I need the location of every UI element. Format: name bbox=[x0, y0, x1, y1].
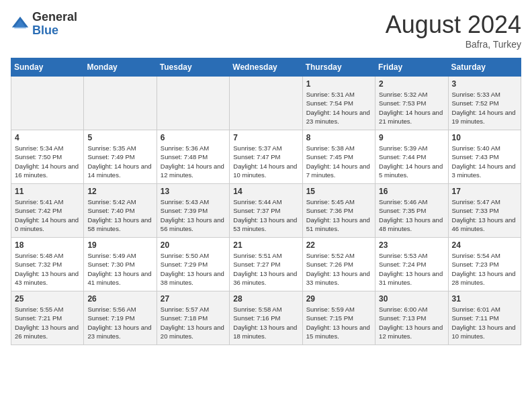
day-info: Sunrise: 5:47 AMSunset: 7:33 PMDaylight:… bbox=[452, 197, 517, 233]
calendar-cell: 5Sunrise: 5:35 AMSunset: 7:49 PMDaylight… bbox=[84, 130, 157, 184]
day-info: Sunrise: 5:34 AMSunset: 7:50 PMDaylight:… bbox=[15, 144, 80, 179]
day-number: 2 bbox=[379, 79, 444, 89]
day-number: 22 bbox=[306, 240, 371, 250]
weekday-header-thursday: Thursday bbox=[302, 58, 375, 77]
day-info: Sunrise: 5:36 AMSunset: 7:48 PMDaylight:… bbox=[161, 144, 226, 179]
logo-text: General Blue bbox=[32, 11, 77, 38]
day-info: Sunrise: 5:51 AMSunset: 7:27 PMDaylight:… bbox=[233, 251, 298, 287]
logo-blue: Blue bbox=[32, 24, 77, 38]
day-number: 4 bbox=[15, 133, 80, 142]
day-number: 11 bbox=[15, 187, 80, 196]
day-number: 7 bbox=[233, 133, 298, 142]
calendar-cell: 22Sunrise: 5:52 AMSunset: 7:26 PMDayligh… bbox=[302, 238, 375, 291]
day-number: 1 bbox=[306, 79, 371, 89]
day-info: Sunrise: 5:41 AMSunset: 7:42 PMDaylight:… bbox=[15, 197, 80, 233]
calendar-cell: 18Sunrise: 5:48 AMSunset: 7:32 PMDayligh… bbox=[11, 238, 84, 291]
day-info: Sunrise: 5:52 AMSunset: 7:26 PMDaylight:… bbox=[306, 251, 371, 287]
calendar-cell bbox=[84, 77, 157, 130]
calendar-cell: 14Sunrise: 5:44 AMSunset: 7:37 PMDayligh… bbox=[230, 184, 302, 238]
calendar-cell: 4Sunrise: 5:34 AMSunset: 7:50 PMDaylight… bbox=[11, 130, 84, 184]
week-row-5: 25Sunrise: 5:55 AMSunset: 7:21 PMDayligh… bbox=[11, 291, 521, 345]
calendar-cell: 23Sunrise: 5:53 AMSunset: 7:24 PMDayligh… bbox=[375, 238, 448, 291]
calendar-cell: 27Sunrise: 5:57 AMSunset: 7:18 PMDayligh… bbox=[157, 291, 229, 345]
day-number: 15 bbox=[306, 187, 371, 196]
calendar-cell: 6Sunrise: 5:36 AMSunset: 7:48 PMDaylight… bbox=[157, 130, 229, 184]
day-number: 26 bbox=[87, 294, 152, 304]
day-info: Sunrise: 5:54 AMSunset: 7:23 PMDaylight:… bbox=[452, 251, 517, 287]
calendar-cell: 26Sunrise: 5:56 AMSunset: 7:19 PMDayligh… bbox=[84, 291, 157, 345]
month-year: August 2024 bbox=[386, 11, 521, 39]
calendar-cell: 20Sunrise: 5:50 AMSunset: 7:29 PMDayligh… bbox=[157, 238, 229, 291]
day-info: Sunrise: 5:50 AMSunset: 7:29 PMDaylight:… bbox=[161, 251, 226, 287]
day-number: 25 bbox=[15, 294, 80, 304]
day-number: 6 bbox=[161, 133, 226, 142]
calendar-cell: 9Sunrise: 5:39 AMSunset: 7:44 PMDaylight… bbox=[375, 130, 448, 184]
calendar-cell bbox=[157, 77, 229, 130]
calendar-cell: 21Sunrise: 5:51 AMSunset: 7:27 PMDayligh… bbox=[230, 238, 302, 291]
weekday-header-monday: Monday bbox=[84, 58, 157, 77]
calendar-cell: 30Sunrise: 6:00 AMSunset: 7:13 PMDayligh… bbox=[375, 291, 448, 345]
day-number: 20 bbox=[161, 240, 226, 250]
location: Bafra, Turkey bbox=[386, 39, 521, 50]
day-number: 9 bbox=[379, 133, 444, 142]
day-number: 31 bbox=[452, 294, 517, 304]
day-number: 16 bbox=[379, 187, 444, 196]
day-info: Sunrise: 5:44 AMSunset: 7:37 PMDaylight:… bbox=[233, 197, 298, 233]
weekday-header-sunday: Sunday bbox=[11, 58, 84, 77]
calendar-table: SundayMondayTuesdayWednesdayThursdayFrid… bbox=[11, 58, 521, 345]
day-info: Sunrise: 5:33 AMSunset: 7:52 PMDaylight:… bbox=[452, 90, 517, 126]
logo-icon bbox=[11, 15, 30, 34]
day-info: Sunrise: 5:40 AMSunset: 7:43 PMDaylight:… bbox=[452, 144, 517, 179]
day-info: Sunrise: 5:32 AMSunset: 7:53 PMDaylight:… bbox=[379, 90, 444, 126]
calendar-cell: 2Sunrise: 5:32 AMSunset: 7:53 PMDaylight… bbox=[375, 77, 448, 130]
day-info: Sunrise: 5:49 AMSunset: 7:30 PMDaylight:… bbox=[87, 251, 152, 287]
calendar-cell: 1Sunrise: 5:31 AMSunset: 7:54 PMDaylight… bbox=[302, 77, 375, 130]
calendar-cell: 16Sunrise: 5:46 AMSunset: 7:35 PMDayligh… bbox=[375, 184, 448, 238]
day-number: 17 bbox=[452, 187, 517, 196]
calendar-cell bbox=[230, 77, 302, 130]
week-row-2: 4Sunrise: 5:34 AMSunset: 7:50 PMDaylight… bbox=[11, 130, 521, 184]
calendar-cell: 29Sunrise: 5:59 AMSunset: 7:15 PMDayligh… bbox=[302, 291, 375, 345]
day-info: Sunrise: 5:37 AMSunset: 7:47 PMDaylight:… bbox=[233, 144, 298, 179]
calendar-cell bbox=[11, 77, 84, 130]
day-number: 29 bbox=[306, 294, 371, 304]
day-info: Sunrise: 5:57 AMSunset: 7:18 PMDaylight:… bbox=[161, 305, 226, 340]
calendar-cell: 28Sunrise: 5:58 AMSunset: 7:16 PMDayligh… bbox=[230, 291, 302, 345]
day-number: 14 bbox=[233, 187, 298, 196]
calendar-cell: 19Sunrise: 5:49 AMSunset: 7:30 PMDayligh… bbox=[84, 238, 157, 291]
day-info: Sunrise: 6:01 AMSunset: 7:11 PMDaylight:… bbox=[452, 305, 517, 340]
calendar-cell: 3Sunrise: 5:33 AMSunset: 7:52 PMDaylight… bbox=[448, 77, 521, 130]
calendar-cell: 17Sunrise: 5:47 AMSunset: 7:33 PMDayligh… bbox=[448, 184, 521, 238]
calendar-cell: 8Sunrise: 5:38 AMSunset: 7:45 PMDaylight… bbox=[302, 130, 375, 184]
day-number: 8 bbox=[306, 133, 371, 142]
logo-general: General bbox=[32, 11, 77, 24]
title-block: August 2024 Bafra, Turkey bbox=[386, 11, 521, 50]
day-number: 19 bbox=[87, 240, 152, 250]
weekday-header-wednesday: Wednesday bbox=[230, 58, 302, 77]
day-number: 3 bbox=[452, 79, 517, 89]
day-info: Sunrise: 5:38 AMSunset: 7:45 PMDaylight:… bbox=[306, 144, 371, 179]
calendar-cell: 13Sunrise: 5:43 AMSunset: 7:39 PMDayligh… bbox=[157, 184, 229, 238]
day-number: 10 bbox=[452, 133, 517, 142]
day-info: Sunrise: 5:53 AMSunset: 7:24 PMDaylight:… bbox=[379, 251, 444, 287]
day-number: 5 bbox=[87, 133, 152, 142]
week-row-4: 18Sunrise: 5:48 AMSunset: 7:32 PMDayligh… bbox=[11, 238, 521, 291]
day-number: 30 bbox=[379, 294, 444, 304]
day-number: 21 bbox=[233, 240, 298, 250]
calendar-cell: 31Sunrise: 6:01 AMSunset: 7:11 PMDayligh… bbox=[448, 291, 521, 345]
logo: General Blue bbox=[11, 11, 77, 38]
page-header: General Blue August 2024 Bafra, Turkey bbox=[11, 11, 521, 50]
day-info: Sunrise: 5:59 AMSunset: 7:15 PMDaylight:… bbox=[306, 305, 371, 340]
calendar-cell: 10Sunrise: 5:40 AMSunset: 7:43 PMDayligh… bbox=[448, 130, 521, 184]
day-info: Sunrise: 5:43 AMSunset: 7:39 PMDaylight:… bbox=[161, 197, 226, 233]
day-number: 23 bbox=[379, 240, 444, 250]
weekday-header-row: SundayMondayTuesdayWednesdayThursdayFrid… bbox=[11, 58, 521, 77]
weekday-header-friday: Friday bbox=[375, 58, 448, 77]
day-info: Sunrise: 5:56 AMSunset: 7:19 PMDaylight:… bbox=[87, 305, 152, 340]
day-number: 13 bbox=[161, 187, 226, 196]
calendar-cell: 11Sunrise: 5:41 AMSunset: 7:42 PMDayligh… bbox=[11, 184, 84, 238]
day-number: 24 bbox=[452, 240, 517, 250]
day-number: 28 bbox=[233, 294, 298, 304]
day-info: Sunrise: 5:35 AMSunset: 7:49 PMDaylight:… bbox=[87, 144, 152, 179]
calendar-cell: 12Sunrise: 5:42 AMSunset: 7:40 PMDayligh… bbox=[84, 184, 157, 238]
